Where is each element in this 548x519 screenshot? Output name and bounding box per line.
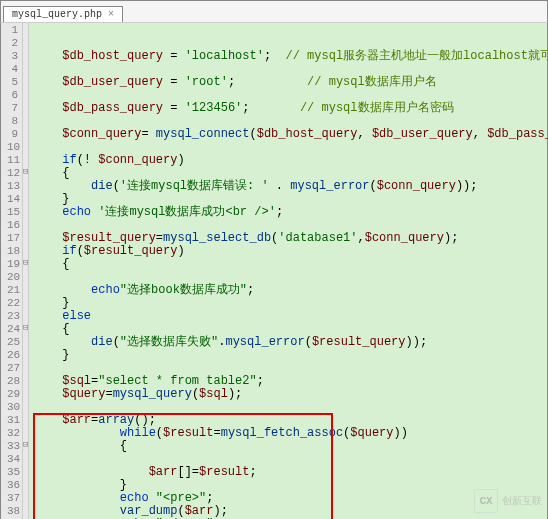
fold-marker [23, 231, 28, 244]
line-number: 7 [7, 102, 18, 115]
line-number: 33 [7, 440, 18, 453]
code-line[interactable]: $db_pass_query = '123456'; // mysql数据库用户… [33, 102, 548, 115]
line-number: 32 [7, 427, 18, 440]
code-line[interactable]: echo"选择book数据库成功"; [33, 284, 548, 297]
code-line[interactable]: $query=mysql_query($sql); [33, 388, 548, 401]
line-number: 9 [7, 128, 18, 141]
line-number: 22 [7, 297, 18, 310]
fold-marker [23, 218, 28, 231]
line-number: 38 [7, 505, 18, 518]
line-number: 11 [7, 154, 18, 167]
fold-marker [23, 270, 28, 283]
line-number: 14 [7, 193, 18, 206]
line-number: 10 [7, 141, 18, 154]
code-line[interactable] [33, 24, 548, 37]
fold-marker[interactable]: ⊟ [23, 322, 28, 335]
fold-marker [23, 426, 28, 439]
tab-bar: mysql_query.php × [0, 0, 548, 22]
fold-marker [23, 192, 28, 205]
fold-marker [23, 127, 28, 140]
tab-label: mysql_query.php [12, 9, 102, 20]
code-line[interactable]: $db_host_query = 'localhost'; // mysql服务… [33, 50, 548, 63]
fold-marker [23, 75, 28, 88]
line-number: 37 [7, 492, 18, 505]
fold-marker [23, 114, 28, 127]
watermark-logo: CX [474, 489, 498, 513]
fold-marker [23, 361, 28, 374]
line-number: 17 [7, 232, 18, 245]
code-line[interactable]: else [33, 310, 548, 323]
fold-marker [23, 374, 28, 387]
fold-marker [23, 452, 28, 465]
code-line[interactable]: if($result_query) [33, 245, 548, 258]
close-icon[interactable]: × [108, 9, 114, 20]
fold-marker [23, 387, 28, 400]
line-number: 15 [7, 206, 18, 219]
fold-marker [23, 49, 28, 62]
file-tab[interactable]: mysql_query.php × [3, 6, 123, 22]
line-number: 19 [7, 258, 18, 271]
code-area[interactable]: $db_host_query = 'localhost'; // mysql服务… [29, 23, 548, 519]
fold-marker [23, 465, 28, 478]
fold-marker [23, 413, 28, 426]
fold-marker [23, 400, 28, 413]
code-line[interactable]: die("选择数据库失败".mysql_error($result_query)… [33, 336, 548, 349]
fold-marker [23, 140, 28, 153]
watermark: CX 创新互联 [474, 489, 542, 513]
line-number: 1 [7, 24, 18, 37]
line-number: 35 [7, 466, 18, 479]
watermark-text: 创新互联 [502, 494, 542, 508]
fold-marker [23, 296, 28, 309]
fold-marker [23, 283, 28, 296]
line-number: 20 [7, 271, 18, 284]
code-line[interactable]: } [33, 297, 548, 310]
line-number: 13 [7, 180, 18, 193]
code-line[interactable]: { [33, 258, 548, 271]
line-number: 24 [7, 323, 18, 336]
line-number-gutter: 1234567891011121314151617181920212223242… [1, 23, 23, 519]
fold-marker [23, 335, 28, 348]
fold-marker [23, 88, 28, 101]
line-number: 8 [7, 115, 18, 128]
code-line[interactable]: $db_user_query = 'root'; // mysql数据库用户名 [33, 76, 548, 89]
fold-marker [23, 23, 28, 36]
fold-marker [23, 478, 28, 491]
code-line[interactable]: { [33, 440, 548, 453]
fold-marker [23, 309, 28, 322]
line-number: 36 [7, 479, 18, 492]
fold-marker [23, 205, 28, 218]
fold-marker[interactable]: ⊟ [23, 439, 28, 452]
code-line[interactable]: if(! $conn_query) [33, 154, 548, 167]
line-number: 29 [7, 388, 18, 401]
code-line[interactable]: die('连接mysql数据库错误: ' . mysql_error($conn… [33, 180, 548, 193]
line-number: 3 [7, 50, 18, 63]
line-number: 6 [7, 89, 18, 102]
code-line[interactable]: $conn_query= mysql_connect($db_host_quer… [33, 128, 548, 141]
code-editor: 1234567891011121314151617181920212223242… [0, 22, 548, 519]
line-number: 23 [7, 310, 18, 323]
fold-marker [23, 348, 28, 361]
line-number: 5 [7, 76, 18, 89]
fold-marker[interactable]: ⊟ [23, 166, 28, 179]
fold-marker [23, 62, 28, 75]
line-number: 12 [7, 167, 18, 180]
fold-marker [23, 153, 28, 166]
line-number: 16 [7, 219, 18, 232]
line-number: 25 [7, 336, 18, 349]
fold-marker [23, 179, 28, 192]
fold-marker [23, 36, 28, 49]
code-line[interactable]: echo '连接mysql数据库成功<br />'; [33, 206, 548, 219]
line-number: 21 [7, 284, 18, 297]
line-number: 30 [7, 401, 18, 414]
line-number: 34 [7, 453, 18, 466]
code-line[interactable]: } [33, 349, 548, 362]
fold-marker [23, 101, 28, 114]
line-number: 4 [7, 63, 18, 76]
line-number: 31 [7, 414, 18, 427]
line-number: 2 [7, 37, 18, 50]
line-number: 26 [7, 349, 18, 362]
line-number: 27 [7, 362, 18, 375]
line-number: 18 [7, 245, 18, 258]
fold-marker[interactable]: ⊟ [23, 257, 28, 270]
fold-marker [23, 244, 28, 257]
